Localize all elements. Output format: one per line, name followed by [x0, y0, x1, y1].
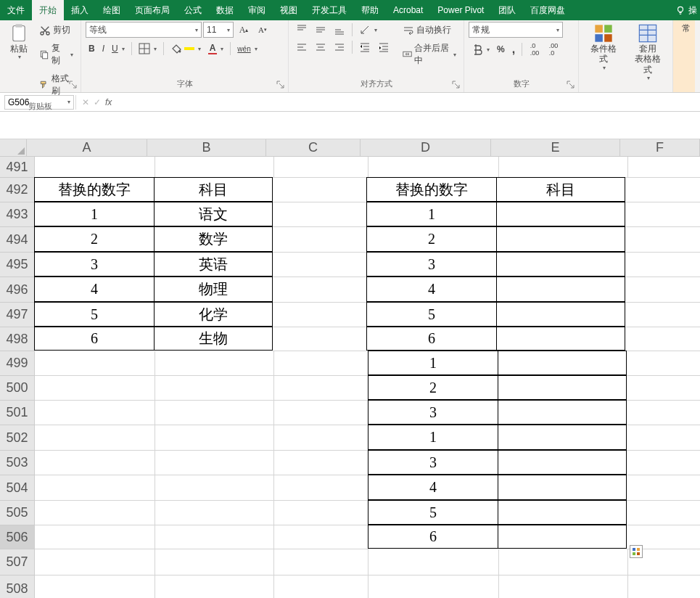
- cell-A492[interactable]: 替换的数字: [34, 177, 155, 202]
- tab-view[interactable]: 视图: [273, 0, 305, 20]
- row-header-500[interactable]: 500: [0, 376, 35, 401]
- format-as-table-button[interactable]: 套用 表格格式▾: [627, 22, 669, 83]
- align-middle-button[interactable]: [312, 22, 329, 38]
- smart-tag-icon[interactable]: [630, 545, 643, 558]
- cell-B504[interactable]: [155, 475, 274, 501]
- tab-help[interactable]: 帮助: [354, 0, 386, 20]
- cell-styles-button[interactable]: 常: [678, 22, 695, 35]
- cell-D494[interactable]: 2: [366, 226, 497, 252]
- accept-formula-icon[interactable]: ✓: [94, 97, 101, 107]
- phonetic-button[interactable]: wén▾: [234, 43, 260, 55]
- row-header-495[interactable]: 495: [0, 253, 35, 277]
- cell-A503[interactable]: [35, 451, 155, 475]
- copy-button[interactable]: 复制▾: [36, 40, 76, 69]
- cell-D498[interactable]: 6: [366, 327, 497, 351]
- cell-E505[interactable]: [498, 500, 627, 525]
- cell-D496[interactable]: 4: [366, 277, 497, 302]
- cell-C502[interactable]: [274, 425, 368, 451]
- fx-icon[interactable]: fx: [105, 97, 112, 107]
- cell-D497[interactable]: 5: [366, 302, 497, 327]
- cell-E500[interactable]: [498, 375, 627, 400]
- row-header-503[interactable]: 503: [0, 451, 35, 475]
- cell-D503[interactable]: 3: [368, 450, 498, 475]
- number-format-combo[interactable]: 常规▾: [469, 22, 563, 38]
- cell-B501[interactable]: [155, 401, 274, 425]
- cell-C504[interactable]: [274, 475, 368, 501]
- select-all-corner[interactable]: [0, 139, 27, 157]
- cell-C508[interactable]: [274, 576, 368, 598]
- cell-B495[interactable]: 英语: [154, 252, 273, 277]
- cell-E503[interactable]: [498, 450, 627, 475]
- increase-font-button[interactable]: A▴: [235, 22, 252, 38]
- alignment-dialog-launcher[interactable]: [452, 81, 462, 91]
- cell-A494[interactable]: 2: [34, 226, 155, 252]
- cell-F494[interactable]: [625, 227, 700, 253]
- cell-C493[interactable]: [273, 202, 367, 227]
- row-header-496[interactable]: 496: [0, 277, 35, 303]
- paste-button[interactable]: 粘贴 ▾: [4, 22, 33, 62]
- cell-F492[interactable]: [625, 178, 700, 202]
- formula-input[interactable]: [118, 95, 700, 110]
- row-header-507[interactable]: 507: [0, 549, 35, 576]
- column-header-E[interactable]: E: [491, 139, 620, 157]
- cell-D508[interactable]: [368, 576, 499, 598]
- cancel-formula-icon[interactable]: ✕: [82, 97, 89, 107]
- cell-B499[interactable]: [155, 351, 274, 376]
- tab-home[interactable]: 开始: [32, 0, 64, 20]
- cell-A498[interactable]: 6: [34, 327, 155, 351]
- cell-C497[interactable]: [273, 303, 367, 327]
- cell-F504[interactable]: [627, 475, 700, 501]
- clipboard-dialog-launcher[interactable]: [69, 81, 79, 91]
- cell-F508[interactable]: [628, 576, 700, 598]
- cell-D493[interactable]: 1: [366, 202, 497, 226]
- cell-E508[interactable]: [499, 576, 628, 598]
- cell-A493[interactable]: 1: [34, 202, 155, 226]
- column-header-A[interactable]: A: [27, 139, 147, 157]
- cell-B507[interactable]: [155, 549, 274, 576]
- cell-B493[interactable]: 语文: [154, 202, 273, 226]
- number-dialog-launcher[interactable]: [567, 81, 577, 91]
- cell-C499[interactable]: [274, 351, 368, 376]
- cell-F505[interactable]: [627, 501, 700, 525]
- cell-F503[interactable]: [627, 451, 700, 475]
- row-header-493[interactable]: 493: [0, 202, 35, 227]
- cell-A497[interactable]: 5: [34, 302, 155, 327]
- cell-A491[interactable]: [35, 157, 155, 178]
- tab-insert[interactable]: 插入: [64, 0, 96, 20]
- cell-A502[interactable]: [35, 425, 155, 451]
- spreadsheet-grid[interactable]: ABCDEF 491492493494495496497498499500501…: [0, 139, 700, 598]
- cell-A495[interactable]: 3: [34, 252, 155, 277]
- align-left-button[interactable]: [293, 39, 310, 55]
- cell-F500[interactable]: [627, 376, 700, 401]
- cell-B492[interactable]: 科目: [154, 177, 273, 202]
- cell-B506[interactable]: [155, 525, 274, 549]
- cell-E504[interactable]: [498, 475, 627, 500]
- row-header-505[interactable]: 505: [0, 501, 35, 525]
- tab-developer[interactable]: 开发工具: [305, 0, 354, 20]
- cell-E494[interactable]: [496, 226, 625, 252]
- increase-indent-button[interactable]: [375, 39, 392, 55]
- cell-D505[interactable]: 5: [368, 500, 498, 525]
- cell-E507[interactable]: [499, 549, 628, 576]
- cell-A499[interactable]: [35, 351, 155, 376]
- cell-D507[interactable]: [368, 549, 499, 576]
- cell-A496[interactable]: 4: [34, 277, 155, 302]
- cell-C503[interactable]: [274, 451, 368, 475]
- cell-C500[interactable]: [274, 376, 368, 401]
- tab-formulas[interactable]: 公式: [177, 0, 209, 20]
- cell-C501[interactable]: [274, 401, 368, 425]
- cell-B508[interactable]: [155, 576, 274, 598]
- percent-button[interactable]: %: [494, 42, 508, 57]
- cell-C505[interactable]: [274, 501, 368, 525]
- row-header-492[interactable]: 492: [0, 178, 35, 202]
- wrap-text-button[interactable]: 自动换行: [400, 22, 459, 38]
- tab-powerpivot[interactable]: Power Pivot: [430, 0, 491, 20]
- align-center-button[interactable]: [312, 39, 329, 55]
- row-header-499[interactable]: 499: [0, 351, 35, 376]
- row-header-498[interactable]: 498: [0, 327, 35, 351]
- cell-F499[interactable]: [627, 351, 700, 376]
- cell-E497[interactable]: [496, 302, 625, 327]
- cell-E499[interactable]: [498, 351, 627, 375]
- cell-A506[interactable]: [35, 525, 155, 549]
- cell-B502[interactable]: [155, 425, 274, 451]
